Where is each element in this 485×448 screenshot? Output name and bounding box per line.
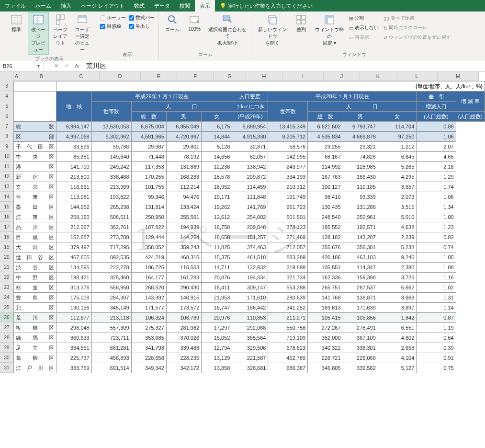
row-header[interactable]: 4 xyxy=(0,91,13,101)
table-row[interactable]: 江 戸 川 区333,759691,514349,342342,17213,85… xyxy=(14,363,485,373)
table-row[interactable]: 世 田 谷 区467,605892,535424,219468,31615,37… xyxy=(14,253,485,263)
table-row[interactable]: 渋 谷 区134,595222,278106,725115,55314,7111… xyxy=(14,263,485,273)
chk-gridlines[interactable]: 目盛線 xyxy=(100,23,126,30)
col-header[interactable]: H xyxy=(246,72,282,80)
sync-scroll-button[interactable]: ⇅同時にスクロール xyxy=(383,24,452,32)
fx-icon[interactable]: fx xyxy=(72,63,82,69)
table-row[interactable]: 港 区141,710249,242117,353131,88912,236138… xyxy=(14,162,485,172)
chk-formulabar[interactable]: 数式バー xyxy=(129,14,155,21)
table-row[interactable]: 杉 並 区313,376558,950268,520290,43016,4113… xyxy=(14,283,485,293)
tab-review[interactable]: 校閲 xyxy=(175,0,195,11)
reset-position-button[interactable]: ↺ウィンドウの位置を元に戻す xyxy=(383,34,452,41)
col-header[interactable]: I xyxy=(282,72,324,80)
row-header[interactable]: 16 xyxy=(0,212,13,222)
col-header[interactable]: L xyxy=(396,72,438,80)
row-header[interactable]: 6 xyxy=(0,111,13,121)
row-header[interactable]: 24 xyxy=(0,292,13,302)
row-header[interactable]: 9 xyxy=(0,141,13,151)
table-row[interactable]: 千 代 田 区33,59659,78829,98729,8015,12832,8… xyxy=(14,142,485,152)
tab-insert[interactable]: 挿入 xyxy=(56,0,76,11)
row-header[interactable]: 13 xyxy=(0,182,13,192)
select-all-corner[interactable] xyxy=(0,72,13,80)
table-row[interactable]: 葛 飾 区225,737456,893228,658228,23513,1292… xyxy=(14,353,485,363)
table-row[interactable]: 中 央 区85,381149,64071,44878,19214,65682,0… xyxy=(14,152,485,162)
table-row[interactable]: 文 京 区116,661213,969101,755112,21418,9521… xyxy=(14,182,485,192)
row-header[interactable]: 28 xyxy=(0,333,13,343)
data-table[interactable]: (単位:世帯、人、人/k㎡、%) 地 域 平成29年１月１日現在 人口密度 平成… xyxy=(13,81,485,373)
zoom-selection-button[interactable]: 選択範囲に合わせて 拡大/縮小 xyxy=(206,12,249,48)
view-pagebreak-button[interactable]: 改ページ プレビュー xyxy=(28,12,49,55)
row-header[interactable]: 27 xyxy=(0,322,13,333)
table-row[interactable]: 足 立 区334,551681,281341,793339,48812,7943… xyxy=(14,343,485,353)
view-pagelayout-button[interactable]: ページ レイアウト xyxy=(50,12,71,48)
row-header[interactable]: 30 xyxy=(0,353,13,363)
col-header[interactable]: C xyxy=(63,72,100,80)
table-row[interactable]: 板 橋 区298,048557,309275,327281,98217,2972… xyxy=(14,323,485,333)
unhide-button[interactable]: ▭再表示 xyxy=(348,34,380,41)
table-row[interactable]: 台 東 区113,981193,82299,34694,47619,171111… xyxy=(14,192,485,202)
table-row[interactable]: 中 野 区198,421325,460164,177161,28320,8761… xyxy=(14,273,485,283)
row-header[interactable]: 15 xyxy=(0,202,13,212)
col-header[interactable]: A xyxy=(13,72,20,80)
row-header[interactable]: 17 xyxy=(0,222,13,232)
row-header[interactable]: 8 xyxy=(0,131,13,141)
row-header[interactable]: 23 xyxy=(0,282,13,292)
zoom-100-button[interactable]: 100% xyxy=(184,12,205,33)
new-window-button[interactable]: 新しいウィンドウ を開く xyxy=(255,12,290,48)
tab-formulas[interactable]: 数式 xyxy=(129,0,149,11)
tab-file[interactable]: ファイル xyxy=(0,0,31,11)
table-row[interactable]: 北 区190,156345,149171,577173,57216,747186… xyxy=(14,303,485,313)
zoom-button[interactable]: ズーム xyxy=(162,12,183,34)
hide-button[interactable]: ▭表示しない xyxy=(348,24,380,32)
col-header[interactable]: D xyxy=(100,72,141,80)
row-header[interactable]: 29 xyxy=(0,343,13,353)
row-header[interactable]: 21 xyxy=(0,262,13,272)
row-header[interactable]: 22 xyxy=(0,272,13,282)
col-header[interactable]: F xyxy=(177,72,214,80)
col-header[interactable]: M xyxy=(438,72,479,80)
col-header[interactable]: G xyxy=(214,72,246,80)
table-row[interactable]: 区 部4,997,0689,302,9624,581,9654,720,9971… xyxy=(14,132,485,142)
row-header[interactable]: 11 xyxy=(0,161,13,172)
row-header[interactable]: 26 xyxy=(0,312,13,322)
table-row[interactable]: 総 数6,994,14713,530,0536,675,0046,855,049… xyxy=(14,122,485,132)
tab-view[interactable]: 表示 xyxy=(195,0,215,11)
table-row[interactable]: 練 馬 区360,633723,711353,685370,02615,0523… xyxy=(14,333,485,343)
row-header[interactable]: 7 xyxy=(0,121,13,131)
freeze-panes-button[interactable]: ウィンドウ枠の 固定 ▾ xyxy=(313,12,346,48)
row-header[interactable]: 19 xyxy=(0,242,13,252)
table-row[interactable]: 江 東 区258,160506,511250,950255,56112,6122… xyxy=(14,212,485,222)
view-normal-button[interactable]: 標準 xyxy=(6,12,27,34)
row-headers[interactable]: 3456789101112131415161718192021222324252… xyxy=(0,81,13,373)
tab-home[interactable]: ホーム xyxy=(31,0,56,11)
row-header[interactable]: 25 xyxy=(0,302,13,312)
side-by-side-button[interactable]: ▯▯並べて比較 xyxy=(383,14,452,22)
view-custom-button[interactable]: ユーザー設定 のビュー xyxy=(72,12,93,55)
name-box[interactable]: B26 ▼ xyxy=(0,62,44,70)
row-header[interactable]: 12 xyxy=(0,172,13,182)
row-header[interactable]: 3 xyxy=(0,81,13,91)
arrange-button[interactable]: 整列 xyxy=(291,12,312,34)
table-row[interactable]: 墨 田 区144,952265,238131,814133,42419,2621… xyxy=(14,202,485,212)
row-header[interactable]: 31 xyxy=(0,363,13,373)
row-header[interactable]: 20 xyxy=(0,252,13,262)
chk-headings[interactable]: 見出し xyxy=(129,23,155,30)
accept-icon[interactable]: ✓ xyxy=(61,63,72,69)
tell-me-search[interactable]: 💡 実行したい作業を入力してください xyxy=(215,0,317,11)
cancel-icon[interactable]: ✕ xyxy=(51,63,61,69)
row-header[interactable]: 14 xyxy=(0,192,13,202)
column-headers[interactable]: ABCDEFGHIJKLM xyxy=(13,72,479,81)
row-header[interactable]: 5 xyxy=(0,101,13,111)
table-row[interactable]: 豊 島 区175,018284,307143,392140,91521,8531… xyxy=(14,293,485,303)
table-row[interactable]: 荒 川 区112,677213,113106,324106,78920,9761… xyxy=(14,313,485,323)
row-header[interactable]: 10 xyxy=(0,151,13,161)
col-header[interactable]: E xyxy=(141,72,177,80)
table-row[interactable]: 品 川 区212,067382,761187,822194,93916,7582… xyxy=(14,222,485,232)
chk-ruler[interactable]: ルーラー xyxy=(100,14,126,21)
row-header[interactable]: 18 xyxy=(0,232,13,242)
table-row[interactable]: 目 黒 区152,687273,708129,444144,26418,6581… xyxy=(14,232,485,242)
col-header[interactable]: J xyxy=(324,72,360,80)
tab-pagelayout[interactable]: ページ レイアウト xyxy=(76,0,129,11)
tab-data[interactable]: データ xyxy=(149,0,175,11)
table-row[interactable]: 新 宿 区213,800338,488170,255168,23318,5782… xyxy=(14,172,485,182)
